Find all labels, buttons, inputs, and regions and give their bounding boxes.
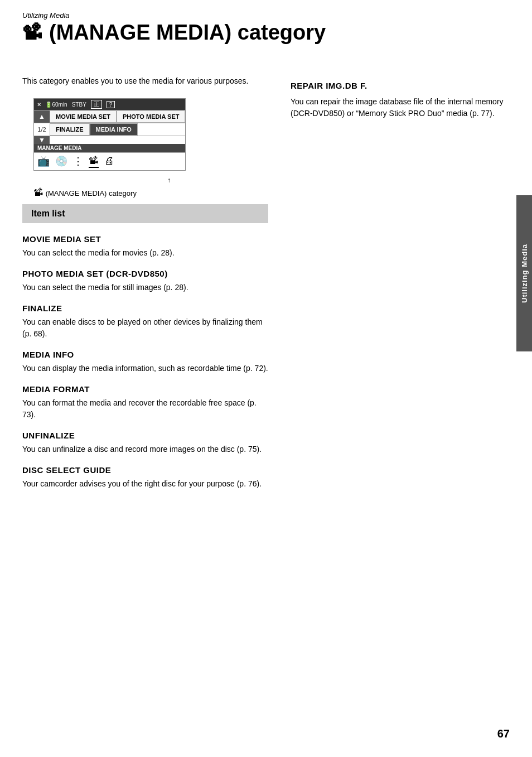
mockup-icon-manage: 📽 [89, 155, 99, 168]
mockup-icon-print: 🖨 [104, 155, 114, 168]
section-heading-unfinalize: UNFINALIZE [22, 431, 268, 440]
page-number: 67 [497, 727, 510, 740]
mockup-stby: STBY [72, 102, 86, 108]
mockup-wrapper: × 🔋60min STBY 正 ? ▲ MOVIE MEDIA SET PHOT… [33, 98, 268, 199]
manage-media-icon: 📽 [22, 21, 42, 45]
mockup-battery: 🔋60min [45, 102, 67, 108]
page-title: 📽 (MANAGE MEDIA) category [22, 21, 510, 45]
mockup-page-num: 1/2 [35, 126, 48, 133]
left-column: This category enables you to use the med… [22, 75, 285, 492]
section-text-movie: You can select the media for movies (p. … [22, 247, 268, 259]
mockup-record: 正 [91, 100, 102, 109]
mockup-btn-movie: MOVIE MEDIA SET [50, 110, 117, 123]
mockup-row-2: 1/2 FINALIZE MEDIA INFO [34, 123, 185, 136]
mockup-icon-tv: 📺 [37, 155, 50, 168]
intro-text: This category enables you to use the med… [22, 75, 268, 87]
mockup-row-1: ▲ MOVIE MEDIA SET PHOTO MEDIA SET [34, 110, 185, 123]
mockup-nav-down: ▼ [34, 136, 50, 144]
section-heading-mediaformat: MEDIA FORMAT [22, 384, 268, 394]
section-media-info: MEDIA INFO You can display the media inf… [22, 350, 268, 374]
side-tab: Utilizing Media [516, 195, 532, 351]
section-heading-discselect: DISC SELECT GUIDE [22, 465, 268, 475]
section-unfinalize: UNFINALIZE You can unfinalize a disc and… [22, 431, 268, 455]
mockup-container: × 🔋60min STBY 正 ? ▲ MOVIE MEDIA SET PHOT… [33, 98, 186, 184]
mockup-question: ? [107, 101, 115, 108]
section-text-photo: You can select the media for still image… [22, 282, 268, 293]
main-content: This category enables you to use the med… [0, 59, 532, 509]
mockup-arrow-indicator: ↑ [167, 176, 186, 184]
item-list-header: Item list [22, 204, 268, 223]
mockup-btn-photo: PHOTO MEDIA SET [117, 110, 185, 123]
mockup-x-btn: × [37, 101, 41, 108]
mockup-btn-mediainfo: MEDIA INFO [90, 123, 138, 136]
mockup-caption: 📽 (MANAGE MEDIA) category [33, 187, 268, 199]
category-label: Utilizing Media [22, 11, 510, 20]
section-heading-mediainfo: MEDIA INFO [22, 350, 268, 359]
right-section-heading: REPAIR IMG.DB F. [291, 81, 510, 90]
section-heading-movie: MOVIE MEDIA SET [22, 234, 268, 244]
page-container: Utilizing Media Utilizing Media 📽 (MANAG… [0, 0, 532, 757]
section-movie-media-set: MOVIE MEDIA SET You can select the media… [22, 234, 268, 259]
header-area: Utilizing Media 📽 (MANAGE MEDIA) categor… [0, 0, 532, 59]
section-photo-media-set: PHOTO MEDIA SET (DCR-DVD850) You can sel… [22, 269, 268, 293]
mockup-icons-row: 📺 💿 ⋮ 📽 🖨 [34, 152, 185, 170]
mockup-btn-finalize: FINALIZE [50, 123, 90, 136]
section-text-discselect: Your camcorder advises you of the right … [22, 478, 268, 490]
right-column: REPAIR IMG.DB F. You can repair the imag… [285, 75, 510, 492]
mockup-manage-bar: MANAGE MEDIA [34, 144, 185, 152]
section-text-mediainfo: You can display the media information, s… [22, 363, 268, 374]
right-section-text: You can repair the image database file o… [291, 96, 510, 119]
side-tab-text: Utilizing Media [520, 244, 529, 303]
section-text-unfinalize: You can unfinalize a disc and record mor… [22, 443, 268, 455]
section-media-format: MEDIA FORMAT You can format the media an… [22, 384, 268, 421]
mockup-icon-disc: 💿 [55, 155, 67, 168]
mockup-nav-up: ▲ [34, 110, 50, 123]
section-text-mediaformat: You can format the media and recover the… [22, 397, 268, 421]
section-finalize: FINALIZE You can enable discs to be play… [22, 303, 268, 340]
section-disc-select: DISC SELECT GUIDE Your camcorder advises… [22, 465, 268, 490]
section-text-finalize: You can enable discs to be played on oth… [22, 316, 268, 340]
ui-mockup: × 🔋60min STBY 正 ? ▲ MOVIE MEDIA SET PHOT… [33, 98, 186, 171]
mockup-row-nav: ▼ [34, 136, 185, 144]
section-heading-photo: PHOTO MEDIA SET (DCR-DVD850) [22, 269, 268, 278]
mockup-icon-grid: ⋮ [73, 155, 83, 168]
mockup-top-bar: × 🔋60min STBY 正 ? [34, 99, 185, 110]
section-heading-finalize: FINALIZE [22, 303, 268, 313]
page-title-text: (MANAGE MEDIA) category [49, 21, 326, 45]
